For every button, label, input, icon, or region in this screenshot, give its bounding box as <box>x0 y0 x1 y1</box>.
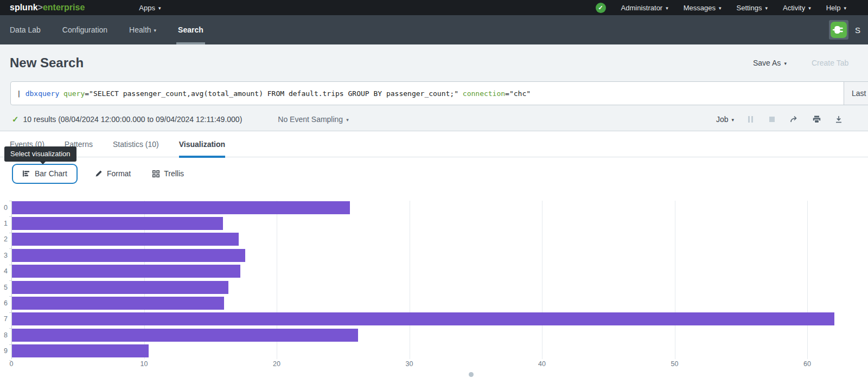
save-as-label: Save As <box>753 59 781 67</box>
chart-row: 8 <box>0 327 868 343</box>
help-menu[interactable]: Help ▾ <box>826 4 846 12</box>
search-bar: | dbxquery query="SELECT passenger_count… <box>10 81 868 105</box>
apps-label: Apps <box>139 4 155 12</box>
bar-passenger-3[interactable] <box>12 249 245 262</box>
sampling-label: No Event Sampling <box>278 115 343 124</box>
bar-passenger-1[interactable] <box>12 217 223 230</box>
logo-product: enterprise <box>43 3 85 12</box>
create-table-view-button[interactable]: Create Tab <box>812 59 848 67</box>
pencil-icon <box>95 170 103 177</box>
share-icon[interactable] <box>790 116 799 123</box>
logo-gt: > <box>38 3 43 12</box>
menu-label: Help <box>826 4 841 12</box>
bar-passenger-2[interactable] <box>12 233 239 246</box>
chart-row: 0 <box>0 200 868 215</box>
pagination-dot <box>469 372 474 377</box>
trellis-label: Trellis <box>164 169 184 178</box>
job-menu[interactable]: Job ▾ <box>716 115 734 124</box>
y-category-label: 3 <box>0 252 8 259</box>
results-tabs: Events (0) Patterns Statistics (10) Visu… <box>0 131 868 157</box>
save-as-button[interactable]: Save As ▾ <box>753 59 787 67</box>
bar-passenger-5[interactable] <box>12 281 228 294</box>
select-visualization-tooltip: Select visualization <box>4 146 76 162</box>
menu-label: Activity <box>783 4 805 12</box>
tab-label: Statistics (10) <box>113 140 159 149</box>
y-category-label: 9 <box>0 347 8 355</box>
chevron-down-icon: ▾ <box>719 5 722 11</box>
bar-passenger-4[interactable] <box>12 265 240 278</box>
chevron-down-icon: ▾ <box>731 117 734 123</box>
topbar-right-menus: ✓ Administrator ▾ Messages ▾ Settings ▾ … <box>596 0 846 15</box>
query-command: dbxquery <box>25 89 63 98</box>
nav-label: Search <box>178 25 203 34</box>
job-actions: Job ▾ <box>716 107 843 131</box>
messages-menu[interactable]: Messages ▾ <box>684 4 722 12</box>
nav-item-data-lab[interactable]: Data Lab <box>10 15 41 44</box>
chevron-down-icon: ▾ <box>666 5 668 11</box>
chart-row: 4 <box>0 264 868 279</box>
db-connect-app-tile[interactable] <box>829 20 848 40</box>
tab-visualization[interactable]: Visualization <box>179 131 225 157</box>
chevron-down-icon: ▾ <box>784 61 787 66</box>
y-category-label: 6 <box>0 299 8 307</box>
event-sampling-menu[interactable]: No Event Sampling ▾ <box>278 115 348 124</box>
chevron-down-icon: ▾ <box>158 5 161 11</box>
spl-query: | dbxquery query="SELECT passenger_count… <box>17 89 531 98</box>
trellis-button[interactable]: Trellis <box>152 169 184 178</box>
query-pipe: | <box>17 89 25 98</box>
splunk-logo[interactable]: splunk>enterprise <box>10 3 85 12</box>
apps-menu[interactable]: Apps ▾ <box>139 4 161 12</box>
bar-passenger-0[interactable] <box>12 201 350 214</box>
chart-row: 2 <box>0 232 868 247</box>
tab-label: Visualization <box>179 140 225 149</box>
y-category-label: 5 <box>0 284 8 291</box>
x-tick-label: 0 <box>3 360 20 368</box>
chart-rows: 0 1 2 3 4 5 6 7 8 <box>0 200 868 359</box>
nav-item-health[interactable]: Health ▾ <box>129 15 156 44</box>
y-category-label: 2 <box>0 235 8 243</box>
search-input[interactable]: | dbxquery query="SELECT passenger_count… <box>11 82 844 105</box>
results-bar: ✓ 10 results (08/04/2024 12:00:00.000 to… <box>0 107 868 131</box>
y-category-label: 7 <box>0 315 8 323</box>
x-tick-label: 40 <box>534 360 550 368</box>
chart-row: 3 <box>0 247 868 263</box>
search-header-zone: New Search Save As ▾ Create Tab | dbxque… <box>0 44 868 131</box>
nav-item-search[interactable]: Search <box>178 15 203 44</box>
logo-brand: splunk <box>10 3 38 12</box>
chart-row: 1 <box>0 215 868 231</box>
print-icon[interactable] <box>813 116 821 123</box>
top-bar: splunk>enterprise Apps ▾ ✓ Administrator… <box>0 0 868 15</box>
administrator-menu[interactable]: Administrator ▾ <box>621 4 668 12</box>
status-check-icon[interactable]: ✓ <box>596 3 606 13</box>
settings-menu[interactable]: Settings ▾ <box>737 4 768 12</box>
activity-menu[interactable]: Activity ▾ <box>783 4 811 12</box>
export-icon[interactable] <box>835 116 843 123</box>
job-label: Job <box>716 115 729 124</box>
bar-passenger-7[interactable] <box>12 312 834 325</box>
chart-row: 7 <box>0 311 868 327</box>
viz-controls-row: Bar Chart Format Trellis <box>0 161 868 187</box>
y-tick-mark <box>9 360 11 361</box>
time-range-picker[interactable]: Last <box>844 82 868 105</box>
pause-job-icon[interactable] <box>748 116 753 123</box>
nav-label: Data Lab <box>10 25 41 34</box>
bar-passenger-9[interactable] <box>12 344 149 357</box>
splunk-search-page: splunk>enterprise Apps ▾ ✓ Administrator… <box>0 0 868 384</box>
nav-item-configuration[interactable]: Configuration <box>62 15 107 44</box>
bar-chart-icon <box>22 170 30 177</box>
app-title-clipped: S <box>855 25 860 35</box>
chart-row: 9 <box>0 343 868 359</box>
bar-passenger-6[interactable] <box>12 297 224 310</box>
page-title: New Search <box>10 55 84 71</box>
stop-job-icon[interactable] <box>769 117 775 122</box>
query-param-value: ="SELECT passenger_count,avg(total_amoun… <box>85 89 463 98</box>
bar-passenger-8[interactable] <box>12 329 358 342</box>
trellis-grid-icon <box>152 170 159 177</box>
menu-label: Settings <box>737 4 762 12</box>
chevron-down-icon: ▾ <box>808 5 811 11</box>
results-summary: 10 results (08/04/2024 12:00:00.000 to 0… <box>23 115 242 124</box>
y-category-label: 8 <box>0 331 8 339</box>
tab-statistics[interactable]: Statistics (10) <box>113 131 159 157</box>
format-button[interactable]: Format <box>95 169 131 178</box>
chevron-down-icon: ▾ <box>346 117 349 123</box>
